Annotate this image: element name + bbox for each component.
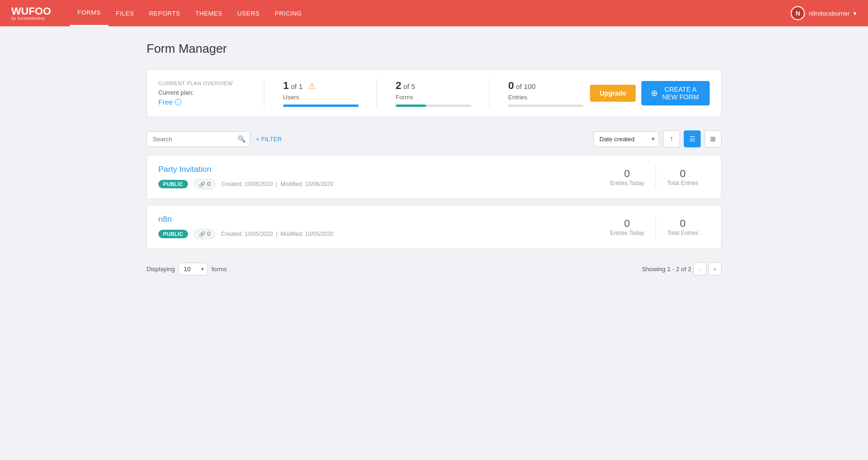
logo: WUFOO by SurveyMonkey (11, 6, 51, 21)
plan-section-label: CURRENT PLAN OVERVIEW (158, 81, 253, 86)
navigation: WUFOO by SurveyMonkey FORMS FILES REPORT… (0, 0, 868, 26)
search-icon: 🔍 (237, 135, 246, 143)
form-dates-2: Created: 10/05/2020 | Modified: 10/05/20… (221, 231, 333, 237)
divider-3 (489, 79, 490, 107)
table-row: n8n PUBLIC 🔗 0 Created: 10/05/2020 | Mod… (147, 205, 721, 249)
divider-2 (377, 79, 377, 107)
form-card-main-2: n8n PUBLIC 🔗 0 Created: 10/05/2020 | Mod… (158, 215, 598, 239)
sort-order-button[interactable]: ↑ (663, 130, 680, 147)
logo-text: WUFOO (11, 5, 51, 17)
form-stats-1: 0 Entries Today 0 Total Entries (598, 165, 710, 189)
forms-of: of 5 (403, 82, 415, 90)
search-box: 🔍 (147, 131, 250, 147)
grid-view-icon: ⊞ (710, 135, 716, 143)
main-content: Form Manager CURRENT PLAN OVERVIEW Curre… (128, 26, 740, 298)
plan-info-icon[interactable]: i (175, 99, 181, 105)
avatar: N (791, 6, 805, 20)
users-bar-fill (283, 105, 359, 107)
divider-1 (264, 79, 264, 107)
entries-label: Entries (508, 94, 582, 101)
count-badge-1: 🔗 0 (194, 179, 216, 189)
form-meta-1: PUBLIC 🔗 0 Created: 10/06/2020 | Modifie… (158, 179, 598, 189)
nav-reports[interactable]: REPORTS (141, 0, 188, 26)
sort-select[interactable]: Date created Name Date modified (593, 131, 659, 147)
form-title-2[interactable]: n8n (158, 215, 598, 224)
table-row: Party Invitation PUBLIC 🔗 0 Created: 10/… (147, 155, 721, 199)
count-badge-2: 🔗 0 (194, 229, 216, 239)
upgrade-button[interactable]: Upgrade (590, 85, 636, 102)
form-stats-2: 0 Entries Today 0 Total Entries (598, 215, 710, 239)
form-meta-2: PUBLIC 🔗 0 Created: 10/05/2020 | Modifie… (158, 229, 598, 239)
users-label: Users (283, 94, 358, 101)
form-list: Party Invitation PUBLIC 🔗 0 Created: 10/… (147, 155, 721, 249)
forms-current: 2 (396, 80, 401, 91)
next-page-button[interactable]: › (708, 262, 721, 275)
plan-actions: Upgrade ⊕ CREATE A NEW FORM (590, 81, 710, 105)
forms-bar-fill (396, 105, 426, 107)
form-card-main-1: Party Invitation PUBLIC 🔗 0 Created: 10/… (158, 165, 598, 189)
toolbar-right: Date created Name Date modified ▾ ↑ ☰ ⊞ (593, 130, 721, 147)
prev-page-button[interactable]: ‹ (693, 262, 706, 275)
nav-links: FORMS FILES REPORTS THEMES USERS PRICING (70, 0, 791, 26)
per-page-select-wrap: 10 25 50 100 ▾ (179, 263, 208, 275)
form-dates-1: Created: 10/06/2020 | Modified: 10/06/20… (221, 181, 333, 187)
total-entries-stat-1: 0 Total Entries (656, 168, 710, 186)
entries-of: of 100 (516, 82, 536, 90)
displaying-label: Displaying (147, 266, 175, 273)
search-input[interactable] (147, 131, 250, 147)
nav-users[interactable]: USERS (230, 0, 267, 26)
nav-pricing[interactable]: PRICING (267, 0, 310, 26)
forms-bar (396, 105, 471, 107)
total-entries-stat-2: 0 Total Entries (656, 218, 710, 236)
plan-overview: CURRENT PLAN OVERVIEW Current plan: Free… (147, 69, 721, 117)
users-bar (283, 105, 359, 107)
link-icon-1: 🔗 (199, 181, 205, 187)
user-menu[interactable]: N n8ndocsburner ▾ (791, 6, 857, 20)
entries-stat: 0 of 100 Entries (500, 80, 590, 107)
forms-label: Forms (396, 94, 470, 101)
list-footer: Displaying 10 25 50 100 ▾ forms Showing … (147, 255, 721, 283)
warning-icon: ⚠ (308, 81, 316, 91)
forms-label: forms (212, 266, 227, 273)
toolbar: 🔍 + FILTER Date created Name Date modifi… (147, 130, 721, 147)
page-title: Form Manager (147, 41, 721, 56)
status-badge-1: PUBLIC (158, 180, 188, 188)
status-badge-2: PUBLIC (158, 230, 188, 238)
sort-select-wrap: Date created Name Date modified ▾ (593, 131, 659, 147)
displaying: Displaying 10 25 50 100 ▾ forms (147, 263, 227, 275)
users-current: 1 (283, 80, 289, 91)
plan-name: Free i (158, 98, 253, 106)
link-icon-2: 🔗 (199, 231, 205, 237)
filter-button[interactable]: + FILTER (256, 136, 282, 143)
sort-asc-icon: ↑ (670, 135, 673, 143)
forms-stat: 2 of 5 Forms (388, 80, 478, 107)
view-grid-button[interactable]: ⊞ (704, 130, 721, 147)
entries-current: 0 (508, 80, 514, 91)
showing-label: Showing 1 - 2 of 2 (642, 266, 691, 273)
list-view-icon: ☰ (689, 135, 696, 143)
nav-themes[interactable]: THEMES (188, 0, 230, 26)
users-stat: 1 of 1 ⚠ Users (276, 80, 365, 107)
plan-label-col: CURRENT PLAN OVERVIEW Current plan: Free… (158, 81, 253, 106)
form-title-1[interactable]: Party Invitation (158, 165, 598, 174)
users-of: of 1 (291, 82, 303, 90)
current-plan-label: Current plan: (158, 89, 253, 96)
create-form-button[interactable]: ⊕ CREATE A NEW FORM (641, 81, 710, 105)
nav-files[interactable]: FILES (108, 0, 142, 26)
view-list-button[interactable]: ☰ (684, 130, 701, 147)
create-plus-icon: ⊕ (651, 88, 658, 98)
username: n8ndocsburner (809, 10, 850, 17)
entries-today-stat-1: 0 Entries Today (598, 168, 655, 186)
entries-bar (508, 105, 583, 107)
user-chevron-icon: ▾ (853, 10, 857, 17)
per-page-select[interactable]: 10 25 50 100 (179, 263, 208, 275)
logo-subtext: by SurveyMonkey (11, 16, 51, 21)
entries-today-stat-2: 0 Entries Today (598, 218, 655, 236)
pagination: Showing 1 - 2 of 2 ‹ › (642, 262, 721, 275)
nav-forms[interactable]: FORMS (70, 0, 108, 26)
